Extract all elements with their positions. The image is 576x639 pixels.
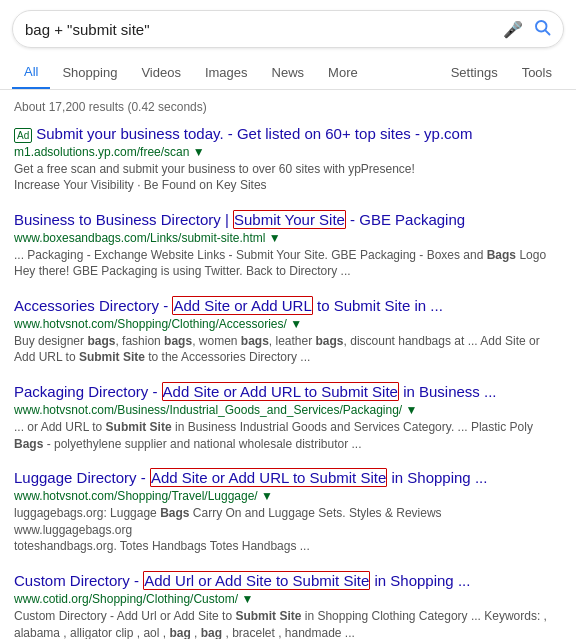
nav-tabs: All Shopping Videos Images News More Set… [0,56,576,90]
highlight-add-site-url-5: Add Site or Add URL to Submit Site [150,468,387,487]
svg-line-1 [545,30,549,34]
result-snippet-6: Custom Directory - Add Url or Add Site t… [14,608,562,639]
results-container: About 17,200 results (0.42 seconds) AdSu… [0,90,576,639]
tab-videos[interactable]: Videos [129,57,193,88]
search-button[interactable] [533,18,551,40]
result-title-4[interactable]: Packaging Directory - Add Site or Add UR… [14,382,562,402]
search-bar-container: 🎤 [0,0,576,48]
result-item-3: Accessories Directory - Add Site or Add … [14,296,562,366]
result-url-3: www.hotvsnot.com/Shopping/Clothing/Acces… [14,317,562,331]
highlight-add-url-6: Add Url or Add Site to Submit Site [143,571,370,590]
result-title-6[interactable]: Custom Directory - Add Url or Add Site t… [14,571,562,591]
result-url-6: www.cotid.org/Shopping/Clothing/Custom/ … [14,592,562,606]
result-item-6: Custom Directory - Add Url or Add Site t… [14,571,562,639]
result-url-2: www.boxesandbags.com/Links/submit-site.h… [14,231,562,245]
result-item-2: Business to Business Directory | Submit … [14,210,562,280]
result-snippet-5: luggagebags.org: Luggage Bags Carry On a… [14,505,562,555]
result-title-2[interactable]: Business to Business Directory | Submit … [14,210,562,230]
tab-more[interactable]: More [316,57,370,88]
result-snippet-4: ... or Add URL to Submit Site in Busines… [14,419,562,453]
result-url-5: www.hotvsnot.com/Shopping/Travel/Luggage… [14,489,562,503]
result-snippet-2: ... Packaging - Exchange Website Links -… [14,247,562,281]
result-snippet-ad: Get a free scan and submit your business… [14,161,562,195]
highlight-add-site-url-3: Add Site or Add URL [172,296,312,315]
result-url-ad: m1.adsolutions.yp.com/free/scan ▼ [14,145,562,159]
result-url-4: www.hotvsnot.com/Business/Industrial_Goo… [14,403,562,417]
result-item-5: Luggage Directory - Add Site or Add URL … [14,468,562,555]
tab-all[interactable]: All [12,56,50,89]
result-title-3[interactable]: Accessories Directory - Add Site or Add … [14,296,562,316]
highlight-add-site-url-4: Add Site or Add URL to Submit Site [162,382,399,401]
search-icons: 🎤 [503,18,551,40]
result-item-4: Packaging Directory - Add Site or Add UR… [14,382,562,452]
ad-badge: Ad [14,128,32,143]
result-title-5[interactable]: Luggage Directory - Add Site or Add URL … [14,468,562,488]
result-title-ad[interactable]: AdSubmit your business today. - Get list… [14,124,562,144]
tab-news[interactable]: News [260,57,317,88]
result-snippet-3: Buy designer bags, fashion bags, women b… [14,333,562,367]
search-bar: 🎤 [12,10,564,48]
tab-shopping[interactable]: Shopping [50,57,129,88]
mic-icon[interactable]: 🎤 [503,20,523,39]
search-input[interactable] [25,21,503,38]
tab-tools[interactable]: Tools [510,57,564,88]
results-count: About 17,200 results (0.42 seconds) [14,100,562,114]
result-item-ad: AdSubmit your business today. - Get list… [14,124,562,194]
tab-images[interactable]: Images [193,57,260,88]
nav-right: Settings Tools [439,57,564,88]
highlight-submit-your-site: Submit Your Site [233,210,346,229]
tab-settings[interactable]: Settings [439,57,510,88]
